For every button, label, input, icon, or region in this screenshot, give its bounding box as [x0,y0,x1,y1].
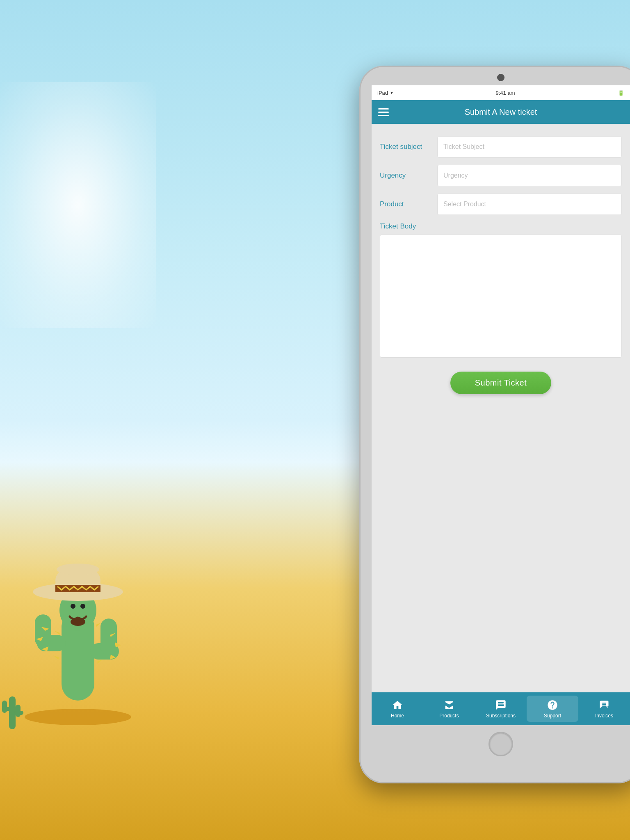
tab-products[interactable]: Products [423,696,475,722]
hamburger-line-3 [378,115,389,116]
tab-subscriptions-label: Subscriptions [486,713,516,719]
tab-support[interactable]: Support [527,696,578,722]
product-select[interactable] [437,194,622,215]
home-icon [391,699,404,711]
main-content: Ticket subject Urgency Product Ticket Bo… [372,124,630,692]
urgency-label: Urgency [380,171,437,180]
nav-bar: Submit A New ticket [372,100,630,124]
svg-point-21 [57,564,99,575]
svg-marker-10 [115,642,121,647]
tab-home[interactable]: Home [372,696,423,722]
ipad-device: iPad ▾ 9:41 am 🔋 Submit A New ticket Tic… [359,66,630,783]
svg-marker-13 [96,623,101,627]
small-cactus [0,684,25,733]
status-time: 9:41 am [496,90,515,96]
svg-point-23 [80,604,85,609]
svg-point-24 [71,618,85,626]
carrier-label: iPad [377,90,388,96]
svg-rect-3 [35,614,51,647]
product-row: Product [380,194,622,215]
ticket-body-textarea[interactable] [380,235,622,358]
hamburger-line-2 [378,112,389,113]
battery-icon: 🔋 [618,90,624,96]
svg-rect-29 [16,705,21,717]
ipad-camera [497,74,504,81]
invoices-icon [598,699,610,711]
tab-invoices[interactable]: Invoices [578,696,630,722]
subscriptions-icon [495,699,507,711]
ticket-subject-row: Ticket subject [380,136,622,158]
support-icon [546,699,559,711]
wifi-icon: ▾ [390,90,393,96]
svg-rect-27 [2,701,7,713]
status-battery: 🔋 [618,90,624,96]
tab-support-label: Support [544,713,561,719]
svg-point-0 [25,709,131,725]
ticket-subject-input[interactable] [437,136,622,158]
tab-home-label: Home [391,713,404,719]
product-label: Product [380,200,437,208]
svg-marker-14 [53,655,59,660]
svg-marker-12 [55,631,60,635]
submit-button-container: Submit Ticket [380,372,622,394]
status-bar: iPad ▾ 9:41 am 🔋 [372,85,630,100]
cactus-character [12,520,144,725]
ticket-body-label: Ticket Body [380,222,622,231]
tab-invoices-label: Invoices [595,713,613,719]
urgency-input[interactable] [437,165,622,186]
cloud-decoration [0,82,156,328]
ticket-body-section: Ticket Body [380,222,622,359]
ipad-screen: iPad ▾ 9:41 am 🔋 Submit A New ticket Tic… [372,85,630,725]
products-icon [443,699,455,711]
hamburger-line-1 [378,108,389,110]
svg-marker-15 [97,660,103,664]
tab-subscriptions[interactable]: Subscriptions [475,696,527,722]
status-left: iPad ▾ [377,90,393,96]
ipad-home-button[interactable] [488,732,513,756]
submit-ticket-button[interactable]: Submit Ticket [450,372,552,394]
tab-bar: Home Products Subscri [372,692,630,725]
hamburger-menu-button[interactable] [378,103,396,121]
svg-point-22 [71,604,75,609]
ticket-subject-label: Ticket subject [380,143,437,151]
nav-title: Submit A New ticket [396,107,605,117]
svg-rect-5 [100,619,117,655]
tab-products-label: Products [439,713,459,719]
form-container: Ticket subject Urgency Product Ticket Bo… [380,136,622,394]
urgency-row: Urgency [380,165,622,186]
